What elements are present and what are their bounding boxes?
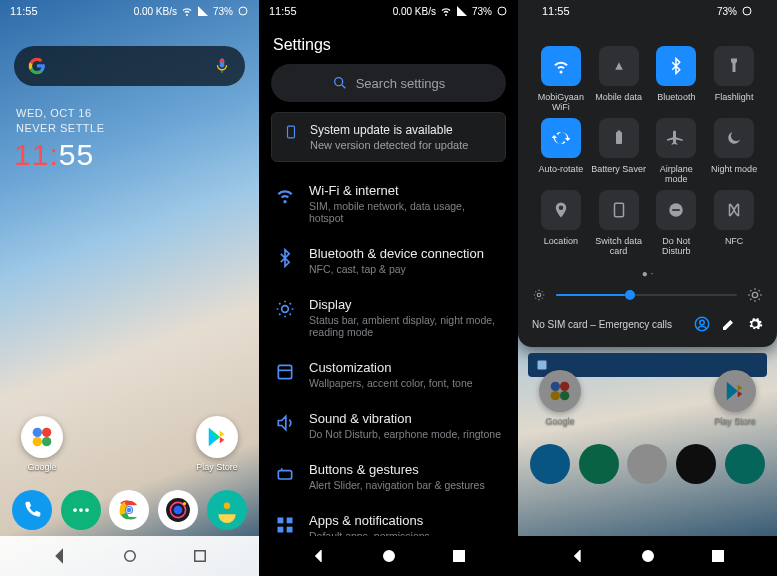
app-google-folder[interactable]: Google: [536, 370, 584, 426]
dock-camera[interactable]: [676, 444, 716, 484]
settings-bluetooth[interactable]: Bluetooth & device connectionNFC, cast, …: [259, 235, 518, 286]
qs-tile-button[interactable]: [714, 190, 754, 230]
qs-tile-switch-data-card[interactable]: Switch data card: [590, 190, 648, 256]
settings-wifi[interactable]: Wi-Fi & internetSIM, mobile network, dat…: [259, 172, 518, 235]
edit-icon[interactable]: [721, 316, 737, 332]
svg-point-18: [124, 551, 135, 562]
svg-point-21: [334, 78, 342, 86]
qs-pager[interactable]: ● ·: [532, 268, 763, 279]
nav-back[interactable]: [51, 547, 69, 565]
nav-recent[interactable]: [191, 547, 209, 565]
mic-icon[interactable]: [213, 57, 231, 75]
settings-search-placeholder: Search settings: [356, 76, 446, 91]
status-time: 11:55: [10, 5, 38, 17]
svg-rect-27: [287, 518, 293, 524]
qs-tile-mobigyaan-wifi[interactable]: MobiGyaan WiFi: [532, 46, 590, 112]
settings-sound[interactable]: Sound & vibrationDo Not Disturb, earphon…: [259, 400, 518, 451]
user-icon[interactable]: [693, 315, 711, 333]
qs-tile-do-not-disturb[interactable]: Do Not Disturb: [648, 190, 706, 256]
settings-buttons[interactable]: Buttons & gesturesAlert Slider, navigati…: [259, 451, 518, 502]
qs-tile-button[interactable]: [541, 118, 581, 158]
settings-apps[interactable]: Apps & notificationsDefault apps, permis…: [259, 502, 518, 536]
dock-chrome[interactable]: [109, 490, 149, 530]
svg-rect-36: [614, 203, 623, 217]
nav-home[interactable]: [121, 547, 139, 565]
nav-back[interactable]: [569, 547, 587, 565]
qs-tile-label: Bluetooth: [657, 92, 695, 102]
app-google-folder[interactable]: Google: [18, 416, 66, 472]
qs-tile-button[interactable]: [656, 118, 696, 158]
qs-tile-battery-saver[interactable]: Battery Saver: [590, 118, 648, 184]
nav-bar: [518, 536, 777, 576]
gear-icon[interactable]: [747, 316, 763, 332]
play-store-icon: [196, 416, 238, 458]
nav-recent[interactable]: [450, 547, 468, 565]
svg-rect-22: [288, 126, 295, 138]
app-label: Play Store: [196, 462, 238, 472]
dock-chrome[interactable]: [627, 444, 667, 484]
dock-phone[interactable]: [530, 444, 570, 484]
qs-tile-label: Battery Saver: [591, 164, 646, 174]
qs-tile-airplane-mode[interactable]: Airplane mode: [648, 118, 706, 184]
dock-messages[interactable]: [61, 490, 101, 530]
qs-tile-nfc[interactable]: NFC: [705, 190, 763, 256]
qs-tile-button[interactable]: [714, 46, 754, 86]
svg-point-23: [282, 306, 289, 313]
battery-icon: [237, 5, 249, 17]
search-icon: [332, 75, 348, 91]
nav-recent[interactable]: [709, 547, 727, 565]
nav-back[interactable]: [310, 547, 328, 565]
qs-tile-button[interactable]: [541, 46, 581, 86]
status-right: 73%: [717, 5, 753, 17]
app-play-store[interactable]: Play Store: [711, 370, 759, 426]
qs-tile-location[interactable]: Location: [532, 190, 590, 256]
battery-icon: [496, 5, 508, 17]
nav-home[interactable]: [380, 547, 398, 565]
google-search-bar[interactable]: [14, 46, 245, 86]
svg-rect-19: [194, 551, 205, 562]
date-widget[interactable]: WED, OCT 16 NEVER SETTLE: [16, 106, 243, 136]
customization-icon: [275, 362, 295, 382]
dock-camera[interactable]: [158, 490, 198, 530]
qs-tile-button[interactable]: [656, 46, 696, 86]
svg-rect-32: [453, 551, 464, 562]
qs-tile-auto-rotate[interactable]: Auto-rotate: [532, 118, 590, 184]
qs-tile-label: Switch data card: [590, 236, 648, 256]
nav-home[interactable]: [639, 547, 657, 565]
dock-messages[interactable]: [579, 444, 619, 484]
qs-tile-button[interactable]: [599, 190, 639, 230]
svg-rect-43: [538, 361, 547, 370]
qs-tile-button[interactable]: [656, 190, 696, 230]
settings-display[interactable]: DisplayStatus bar, ambient display, nigh…: [259, 286, 518, 349]
svg-rect-28: [278, 527, 284, 533]
status-bar: 11:55 0.00 KB/s 73%: [0, 0, 259, 22]
qs-tile-button[interactable]: [599, 118, 639, 158]
dock-phone[interactable]: [12, 490, 52, 530]
qs-tile-button[interactable]: [541, 190, 581, 230]
app-play-store[interactable]: Play Store: [193, 416, 241, 472]
google-g-icon: [28, 57, 46, 75]
settings-customization[interactable]: CustomizationWallpapers, accent color, f…: [259, 349, 518, 400]
dock-gallery[interactable]: [207, 490, 247, 530]
qs-tile-flashlight[interactable]: Flashlight: [705, 46, 763, 112]
svg-point-11: [127, 508, 132, 513]
dock-gallery[interactable]: [725, 444, 765, 484]
qs-tile-night-mode[interactable]: Night mode: [705, 118, 763, 184]
svg-rect-25: [278, 471, 291, 479]
date-line2: NEVER SETTLE: [16, 121, 243, 136]
status-time: 11:55: [542, 5, 570, 17]
clock-widget[interactable]: 11:55: [14, 138, 245, 172]
brightness-slider[interactable]: [556, 294, 737, 296]
svg-point-47: [560, 391, 569, 400]
svg-point-6: [79, 508, 83, 512]
quick-settings-grid: MobiGyaan WiFiMobile dataBluetoothFlashl…: [532, 46, 763, 256]
svg-rect-49: [712, 551, 723, 562]
qs-tile-bluetooth[interactable]: Bluetooth: [648, 46, 706, 112]
qs-tile-button[interactable]: [599, 46, 639, 86]
svg-point-44: [551, 382, 560, 391]
system-update-card[interactable]: System update is available New version d…: [271, 112, 506, 162]
qs-tile-mobile-data[interactable]: Mobile data: [590, 46, 648, 112]
qs-tile-button[interactable]: [714, 118, 754, 158]
svg-point-5: [73, 508, 77, 512]
settings-search[interactable]: Search settings: [271, 64, 506, 102]
